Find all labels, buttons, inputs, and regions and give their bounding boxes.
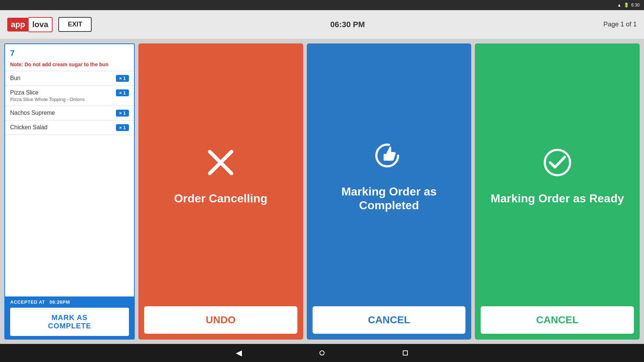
order-footer: ACCEPTED AT 06:26PM MARK ASCOMPLETE	[5, 296, 134, 339]
exit-button[interactable]: EXIT	[58, 17, 92, 32]
order-number: 7	[5, 44, 134, 60]
cancel-ready-button[interactable]: CANCEL	[481, 306, 634, 334]
order-item-info: Bun	[10, 75, 20, 81]
top-bar: applova EXIT 06:30 PM Page 1 of 1	[0, 10, 644, 39]
order-item-info: Nachos Supreme	[10, 110, 55, 116]
order-item-row: Nachos Supreme × 1	[5, 106, 134, 121]
cancel-panel-top: Order Cancelling	[167, 43, 275, 306]
order-item-name: Pizza Slice	[10, 89, 85, 96]
home-nav-button[interactable]	[317, 348, 327, 358]
svg-point-3	[545, 150, 570, 175]
header-time: 06:30 PM	[92, 20, 603, 29]
main-content: 7 Note: Do not add cream sugar to the bu…	[0, 39, 644, 344]
order-items-list: Bun × 1 Pizza Slice Pizza Slice Whole To…	[5, 71, 134, 296]
cancel-completed-button[interactable]: CANCEL	[313, 306, 466, 334]
order-item-name: Chicken Salad	[10, 124, 47, 131]
accepted-label: ACCEPTED AT	[10, 299, 45, 305]
accepted-at: ACCEPTED AT 06:26PM	[10, 299, 129, 305]
cancel-panel-label: Order Cancelling	[174, 191, 267, 205]
wifi-icon: ▲	[617, 3, 622, 8]
qty-badge: × 1	[116, 89, 129, 96]
logo-app: app	[7, 18, 29, 31]
svg-rect-2	[384, 154, 386, 161]
page-info: Page 1 of 1	[603, 21, 637, 28]
mark-complete-button[interactable]: MARK ASCOMPLETE	[10, 308, 129, 336]
mark-completed-panel: Marking Order as Completed CANCEL	[307, 43, 472, 340]
logo: applova	[7, 17, 53, 32]
note-label: Note:	[10, 62, 23, 67]
order-card: 7 Note: Do not add cream sugar to the bu…	[4, 43, 135, 340]
note-text: Do not add cream sugar to the bun	[25, 62, 109, 67]
battery-icon: 🔋	[624, 3, 629, 8]
recents-nav-button[interactable]	[400, 348, 411, 358]
order-note: Note: Do not add cream sugar to the bun	[5, 60, 134, 71]
accepted-time: 06:26PM	[50, 299, 70, 305]
order-item-row: Chicken Salad × 1	[5, 121, 134, 135]
check-circle-icon	[539, 144, 576, 181]
status-time: 6:30	[631, 3, 640, 8]
order-item-name: Bun	[10, 75, 20, 81]
nav-bar: ◀	[0, 344, 644, 362]
status-icons: ▲ 🔋 6:30	[617, 3, 640, 8]
status-bar: ▲ 🔋 6:30	[0, 0, 644, 10]
order-item-info: Pizza Slice Pizza Slice Whole Topping - …	[10, 89, 85, 102]
cancel-panel: Order Cancelling UNDO	[138, 43, 303, 340]
undo-button[interactable]: UNDO	[144, 306, 297, 334]
mark-completed-panel-label: Marking Order as Completed	[314, 185, 464, 212]
order-item-sub: Pizza Slice Whole Topping - Onions	[10, 97, 85, 102]
mark-ready-panel-label: Marking Order as Ready	[491, 191, 624, 205]
mark-ready-panel: Marking Order as Ready CANCEL	[475, 43, 640, 340]
order-item-row: Pizza Slice Pizza Slice Whole Topping - …	[5, 86, 134, 106]
qty-badge: × 1	[116, 110, 129, 117]
logo-lova: lova	[29, 17, 53, 32]
action-panels: Order Cancelling UNDO Marking Order as C…	[138, 43, 640, 340]
order-item-name: Nachos Supreme	[10, 110, 55, 116]
back-nav-button[interactable]: ◀	[233, 348, 244, 358]
qty-badge: × 1	[116, 75, 129, 82]
order-item-row: Bun × 1	[5, 71, 134, 86]
mark-ready-panel-top: Marking Order as Ready	[484, 43, 631, 306]
thumbsup-icon	[371, 138, 407, 174]
mark-completed-panel-top: Marking Order as Completed	[307, 43, 472, 306]
order-item-info: Chicken Salad	[10, 124, 47, 131]
qty-badge: × 1	[116, 124, 129, 131]
x-icon	[202, 144, 239, 181]
